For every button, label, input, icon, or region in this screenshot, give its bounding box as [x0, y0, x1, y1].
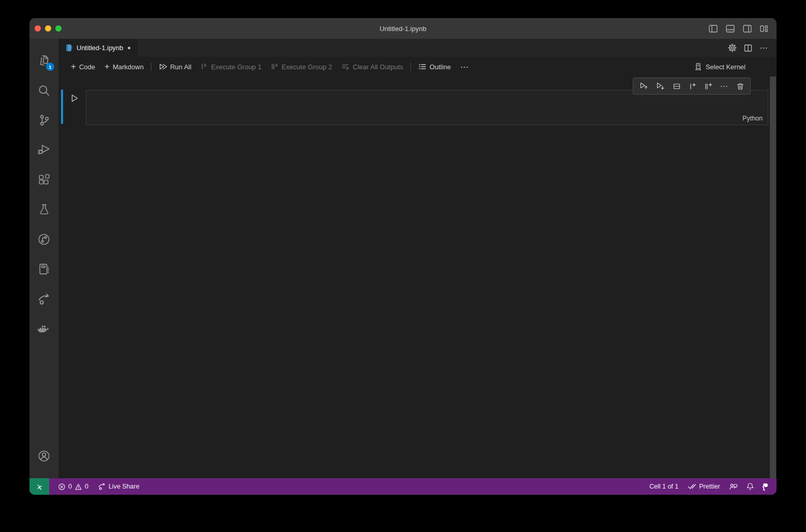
- add-markdown-cell-button[interactable]: + Markdown: [100, 63, 148, 71]
- live-share-status[interactable]: Live Share: [93, 482, 144, 491]
- run-cell-button[interactable]: [70, 94, 79, 103]
- status-bar: 0 0 Live Share Cell 1 of 1 Prettier: [29, 478, 777, 495]
- more-editor-actions-icon[interactable]: ⋯: [759, 43, 768, 53]
- activity-bar-item-explorer[interactable]: 1: [29, 48, 58, 73]
- cell-language-picker[interactable]: Python: [742, 115, 763, 122]
- kernel-icon: [694, 63, 702, 71]
- activity-bar-item-source-control[interactable]: [29, 108, 58, 132]
- toolbar-separator: [151, 63, 151, 71]
- execute-group-1-icon: [201, 63, 208, 71]
- notebooks-icon: [38, 263, 51, 276]
- plus-icon: +: [71, 62, 76, 71]
- live-share-status-icon: [98, 482, 106, 491]
- notebook-settings-gear-icon[interactable]: [728, 43, 737, 52]
- add-code-cell-button[interactable]: + Code: [66, 63, 100, 71]
- notifications-button[interactable]: [742, 482, 758, 491]
- notebook-file-icon: [66, 44, 72, 52]
- execute-group-2-button[interactable]: Execute Group 2: [266, 63, 337, 71]
- run-all-icon: [159, 63, 167, 71]
- activity-bar-item-extensions[interactable]: [29, 167, 58, 192]
- execute-group-1-button[interactable]: Execute Group 1: [196, 63, 266, 71]
- activity-bar-item-notebooks[interactable]: [29, 256, 58, 281]
- more-cell-actions-icon[interactable]: ⋯: [720, 82, 728, 91]
- editor-tab-bar: Untitled-1.ipynb ● ⋯: [58, 39, 777, 57]
- vscode-window: Untitled-1.ipynb Untitled-1.ipynb ●: [29, 18, 777, 495]
- clear-all-outputs-icon: [341, 63, 349, 71]
- execute-cell-and-below-icon[interactable]: [656, 82, 665, 90]
- window-title: Untitled-1.ipynb: [29, 25, 777, 33]
- customize-layout-icon[interactable]: [759, 23, 769, 34]
- activity-bar-item-search[interactable]: [29, 78, 58, 103]
- errors-icon: [58, 483, 66, 491]
- activity-bar-item-testing[interactable]: [29, 197, 58, 222]
- source-control-icon: [38, 114, 51, 127]
- tab-label: Untitled-1.ipynb: [77, 44, 123, 52]
- toggle-primary-sidebar-icon[interactable]: [708, 23, 718, 34]
- split-cell-icon[interactable]: [673, 82, 681, 90]
- layout-controls: [708, 23, 769, 34]
- cell-position-indicator[interactable]: Cell 1 of 1: [645, 483, 683, 490]
- bracket-dot: [764, 483, 768, 487]
- tab-untitled-1-ipynb[interactable]: Untitled-1.ipynb ●: [58, 39, 138, 57]
- toggle-secondary-sidebar-icon[interactable]: [742, 23, 752, 34]
- docker-icon: [37, 323, 51, 336]
- editor-actions: ⋯: [728, 39, 768, 57]
- search-icon: [37, 84, 51, 97]
- select-kernel-button[interactable]: Select Kernel: [694, 63, 746, 71]
- remote-icon: [36, 483, 43, 491]
- run-all-button[interactable]: Run All: [154, 63, 196, 71]
- testing-beaker-icon: [38, 203, 51, 216]
- title-bar: Untitled-1.ipynb: [29, 18, 777, 39]
- split-editor-icon[interactable]: [744, 44, 752, 52]
- git-graph-icon: [37, 233, 51, 246]
- extensions-icon: [38, 173, 51, 186]
- errors-count: 0: [68, 483, 72, 490]
- console-ninja-button[interactable]: {: [758, 482, 769, 491]
- explorer-badge: 1: [46, 63, 54, 71]
- feedback-button[interactable]: [725, 482, 742, 491]
- live-share-label: Live Share: [109, 483, 140, 490]
- editor-scrollbar[interactable]: [770, 77, 776, 478]
- outline-list-icon: [418, 63, 427, 71]
- status-bar-right: Cell 1 of 1 Prettier {: [645, 482, 777, 491]
- warnings-count: 0: [85, 483, 88, 490]
- toggle-panel-icon[interactable]: [725, 23, 735, 34]
- notebook-editor: Python ⋯: [58, 77, 777, 478]
- execute-group-2-icon: [271, 63, 279, 71]
- activity-bar-item-live-share[interactable]: [29, 287, 58, 312]
- outline-button[interactable]: Outline: [414, 63, 455, 71]
- remote-indicator[interactable]: [29, 478, 49, 495]
- notebook-toolbar: + Code + Markdown Run All Execute Group …: [58, 57, 777, 77]
- problems-indicator[interactable]: 0 0: [53, 483, 93, 491]
- activity-bar-item-run-debug[interactable]: [29, 137, 58, 162]
- code-cell-editor[interactable]: Python: [86, 90, 768, 125]
- account-icon: [37, 449, 51, 463]
- double-check-icon: [688, 483, 696, 490]
- feedback-icon: [729, 482, 738, 491]
- prettier-status[interactable]: Prettier: [683, 483, 724, 490]
- toolbar-separator: [410, 63, 411, 71]
- activity-bar-item-docker[interactable]: [29, 317, 58, 342]
- run-and-debug-icon: [37, 143, 51, 156]
- execute-above-cells-icon[interactable]: [640, 82, 648, 90]
- add-to-execute-group-1-icon[interactable]: [689, 82, 696, 90]
- add-to-execute-group-2-icon[interactable]: [704, 82, 712, 90]
- delete-cell-icon[interactable]: [736, 82, 744, 90]
- activity-bar: 1: [29, 39, 58, 478]
- bell-icon: [746, 482, 754, 491]
- warnings-icon: [74, 483, 82, 491]
- prettier-label: Prettier: [699, 483, 720, 490]
- more-toolbar-actions-icon[interactable]: ⋯: [455, 62, 474, 72]
- clear-all-outputs-button[interactable]: Clear All Outputs: [337, 63, 408, 71]
- activity-bar-item-git-graph[interactable]: [29, 227, 58, 252]
- live-share-icon: [37, 293, 51, 306]
- plus-icon: +: [104, 62, 110, 71]
- cell-focus-indicator: [61, 89, 63, 124]
- cell-toolbar: ⋯: [633, 78, 751, 95]
- activity-bar-item-accounts[interactable]: [29, 444, 58, 468]
- unsaved-changes-dot[interactable]: ●: [127, 45, 131, 51]
